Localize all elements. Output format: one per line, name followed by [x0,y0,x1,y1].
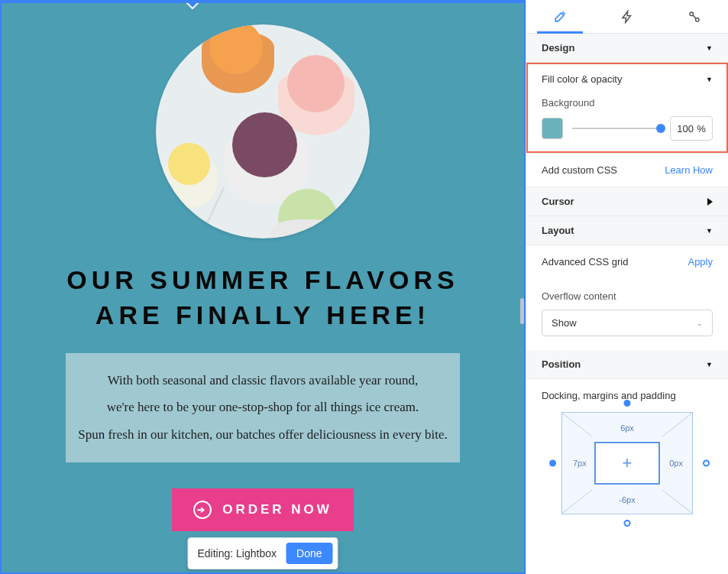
section-design[interactable]: Design ▼ [526,34,728,63]
section-position[interactable]: Position ▼ [526,350,728,379]
add-custom-css-row: Add custom CSS Learn How [526,153,728,187]
description-line: we're here to be your one-stop-shop for … [76,394,449,421]
fill-title: Fill color & opacity [542,73,622,85]
description-line: With both seasonal and classic flavors a… [76,367,449,394]
inspector-tabs [526,0,728,34]
section-position-label: Position [542,358,581,370]
background-label: Background [528,92,726,116]
chevron-down-icon: ▼ [706,361,713,368]
description-line: Spun fresh in our kitchen, our batches o… [76,421,449,449]
chevron-right-icon [707,198,713,206]
opacity-unit: % [697,123,706,135]
docking-margins-padding-control[interactable]: 6px -6px 7px 0px + [561,412,693,514]
overflow-content-label: Overflow content [526,280,728,310]
opacity-slider-thumb[interactable] [656,124,665,133]
opacity-input[interactable]: 100 % [670,116,713,141]
opacity-slider[interactable] [572,128,661,129]
fill-header[interactable]: Fill color & opacity ▼ [528,64,726,92]
editing-label: Editing: Lightbox [198,547,277,559]
editor-canvas[interactable]: OUR SUMMER FLAVORS ARE FINALLY HERE! Wit… [0,0,526,574]
padding-frame[interactable]: + [594,442,660,485]
background-color-swatch[interactable] [542,118,563,139]
opacity-value: 100 [677,123,694,135]
section-cursor-label: Cursor [542,196,574,207]
margin-right-value[interactable]: 0px [669,459,683,468]
dock-handle-bottom[interactable] [624,520,631,527]
margin-frame[interactable]: 6px -6px 7px 0px + [561,412,693,514]
chevron-down-icon: ▼ [706,44,713,52]
docking-label: Docking, margins and padding [526,379,728,412]
section-layout-label: Layout [542,225,574,236]
editing-mode-pill: Editing: Lightbox Done [188,537,338,569]
arrow-right-icon: ➔ [193,501,212,519]
scrollbar-thumb[interactable] [520,298,524,324]
fill-color-opacity-panel: Fill color & opacity ▼ Background 100 % [526,63,728,153]
tab-animation[interactable] [594,0,661,33]
apply-link[interactable]: Apply [688,256,713,268]
section-layout[interactable]: Layout ▼ [526,216,728,245]
dock-handle-top[interactable] [624,400,631,407]
description-box: With both seasonal and classic flavors a… [66,353,460,462]
margin-top-value[interactable]: 6px [620,423,634,433]
tab-interactions[interactable] [661,0,728,33]
chevron-down-icon: ⌄ [697,319,703,327]
done-button[interactable]: Done [286,543,332,564]
paintbrush-icon [552,9,568,24]
section-design-label: Design [542,42,574,54]
advanced-css-grid-row: Advanced CSS grid Apply [526,245,728,280]
chevron-down-icon: ▼ [706,76,713,83]
margin-left-value[interactable]: 7px [573,459,587,468]
page-heading: OUR SUMMER FLAVORS ARE FINALLY HERE! [66,263,458,333]
learn-how-link[interactable]: Learn How [665,164,713,176]
settings-icon [688,10,701,24]
margin-bottom-value[interactable]: -6px [619,495,635,504]
resize-handle-top[interactable] [186,0,199,9]
hero-image-icecream [156,24,370,238]
advanced-css-grid-label: Advanced CSS grid [542,256,628,268]
section-cursor[interactable]: Cursor [526,187,728,216]
order-now-label: ORDER NOW [222,502,332,517]
dock-handle-right[interactable] [703,460,710,467]
dock-handle-left[interactable] [549,460,556,467]
order-now-button[interactable]: ➔ ORDER NOW [172,488,354,531]
lightning-icon [620,10,634,24]
overflow-content-select[interactable]: Show ⌄ [542,310,713,336]
overflow-value: Show [552,317,577,329]
chevron-down-icon: ▼ [706,227,713,235]
add-custom-css-label: Add custom CSS [542,164,617,176]
tab-design[interactable] [526,0,594,33]
inspector-sidebar: Design ▼ Fill color & opacity ▼ Backgrou… [526,0,728,574]
